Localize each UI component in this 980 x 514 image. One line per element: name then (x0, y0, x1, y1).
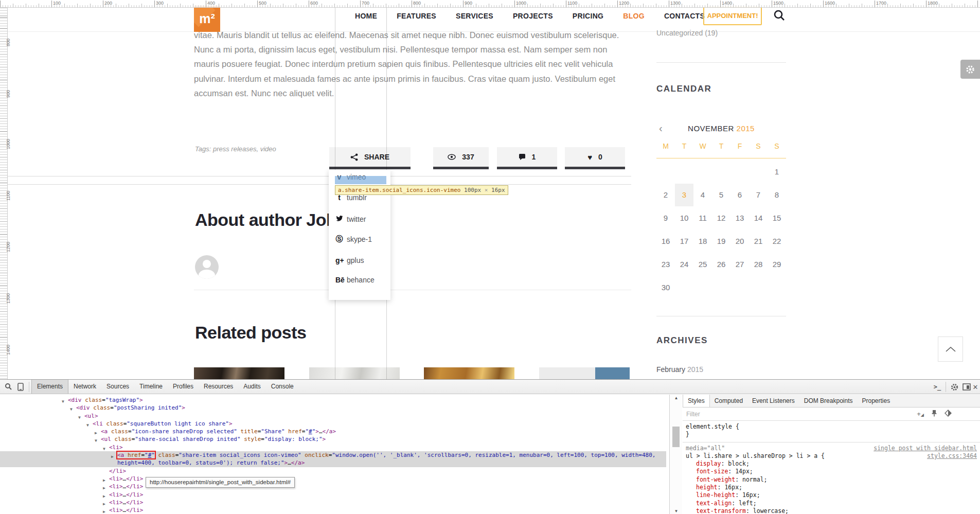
devtools-settings-gear-icon[interactable] (948, 381, 960, 393)
devtools-tab-audits[interactable]: Audits (238, 380, 265, 394)
devtools-tab-timeline[interactable]: Timeline (134, 380, 168, 394)
scrollbar-up-arrow[interactable]: ▲ (670, 396, 682, 400)
element-style-block[interactable]: element.style { } (683, 421, 980, 442)
devtools-tab-sources[interactable]: Sources (101, 380, 134, 394)
calendar-day-4[interactable]: 4 (693, 184, 712, 206)
dock-side-icon[interactable] (960, 381, 973, 393)
devtools-tab-console[interactable]: Console (266, 380, 299, 394)
sidebar-category-link[interactable]: Uncategorized (19) (656, 29, 718, 37)
devtools-tab-elements[interactable]: Elements (31, 380, 68, 394)
dom-tree-row[interactable]: ▶<a class="icon-share shareDrop selected… (0, 428, 666, 435)
calendar-day-2[interactable]: 2 (656, 184, 675, 206)
styles-tab-dom-breakpoints[interactable]: DOM Breakpoints (799, 395, 858, 407)
views-button[interactable]: 337 (433, 147, 489, 169)
calendar-day-28[interactable]: 28 (749, 253, 768, 276)
css-property-text-transform[interactable]: text-transform: lowercase; (686, 507, 977, 514)
dom-tree-row[interactable]: ▶<li>…</li> (0, 483, 666, 490)
css-property-font-weight[interactable]: font-weight: normal; (686, 476, 977, 484)
element-state-pin-icon[interactable] (931, 410, 937, 420)
calendar-day-5[interactable]: 5 (712, 184, 730, 206)
calendar-day-22[interactable]: 22 (768, 230, 786, 253)
share-menu-item-skype-1[interactable]: Ⓢskype-1 (335, 235, 372, 244)
console-drawer-icon[interactable]: >_ (931, 381, 943, 393)
dom-tree-row[interactable]: </li> (0, 467, 666, 475)
share-menu-item-gplus[interactable]: g+gplus (335, 256, 364, 264)
search-icon[interactable] (773, 9, 787, 23)
share-menu-item-twitter[interactable]: twitter (335, 215, 366, 223)
nav-item-contacts[interactable]: CONTACTS (664, 12, 705, 20)
share-menu-item-behance[interactable]: Bēbehance (335, 276, 375, 284)
tag-links[interactable]: press releases, video (213, 145, 276, 153)
appointment-button[interactable]: APPOINTMENT! (703, 7, 762, 25)
calendar-day-7[interactable]: 7 (749, 184, 768, 206)
calendar-day-14[interactable]: 14 (749, 207, 768, 229)
close-devtools-icon[interactable]: ✕ (973, 381, 978, 393)
nav-item-features[interactable]: FEATURES (397, 12, 436, 20)
stylesheet-line-link[interactable]: style.css:3464 (927, 452, 977, 460)
calendar-day-30[interactable]: 30 (656, 276, 675, 299)
calendar-day-6[interactable]: 6 (730, 184, 749, 206)
device-mode-icon[interactable] (14, 381, 27, 393)
new-style-rule-icon[interactable]: +◢ (917, 410, 924, 420)
calendar-day-18[interactable]: 18 (693, 230, 712, 253)
calendar-day-9[interactable]: 9 (656, 207, 675, 229)
dom-tree-row[interactable]: ▼<li> (0, 444, 666, 451)
styles-tab-properties[interactable]: Properties (857, 395, 895, 407)
styles-filter-input[interactable]: Filter (686, 411, 700, 418)
calendar-day-16[interactable]: 16 (656, 230, 675, 253)
stylesheet-link[interactable]: single post with sidebar.html (874, 445, 977, 452)
share-button[interactable]: SHARE (329, 147, 411, 169)
css-property-line-height[interactable]: line-height: 16px; (686, 491, 977, 499)
dom-tree-row[interactable]: ▼<div class="postSharing inited"> (0, 404, 666, 412)
css-property-display[interactable]: display: block; (686, 460, 977, 468)
css-property-text-align[interactable]: text-align: left; (686, 500, 977, 507)
calendar-day-23[interactable]: 23 (656, 253, 675, 276)
calendar-day-17[interactable]: 17 (675, 230, 693, 253)
nav-item-pricing[interactable]: PRICING (573, 12, 603, 20)
nav-item-services[interactable]: SERVICES (456, 12, 493, 20)
dom-tree-row[interactable]: ▼<div class="tagsWrap"> (0, 396, 666, 404)
dom-tree-row[interactable]: ▼<li class="squareButton light ico share… (0, 420, 666, 428)
styles-tab-styles[interactable]: Styles (683, 395, 710, 407)
elements-panel-scrollbar[interactable]: ▲ ▼ (670, 395, 682, 514)
calendar-day-8[interactable]: 8 (768, 184, 786, 206)
css-property-font-size[interactable]: font-size: 14px; (686, 468, 977, 475)
comments-button[interactable]: 1 (497, 147, 557, 169)
devtools-tab-network[interactable]: Network (68, 380, 101, 394)
devtools-tab-profiles[interactable]: Profiles (168, 380, 199, 394)
styles-tab-computed[interactable]: Computed (710, 395, 747, 407)
calendar-day-25[interactable]: 25 (693, 253, 712, 276)
calendar-day-3[interactable]: 3 (675, 184, 693, 206)
nav-item-home[interactable]: HOME (355, 12, 377, 20)
devtools-tab-resources[interactable]: Resources (199, 380, 238, 394)
archive-month-link[interactable]: February 2015 (656, 365, 703, 374)
styles-tab-event-listeners[interactable]: Event Listeners (747, 395, 799, 407)
calendar-day-10[interactable]: 10 (675, 207, 693, 229)
calendar-day-15[interactable]: 15 (768, 207, 786, 229)
theme-options-tab[interactable] (960, 60, 980, 79)
inspect-element-icon[interactable] (2, 381, 14, 393)
calendar-day-24[interactable]: 24 (675, 253, 693, 276)
dom-tree-row[interactable]: ▼<ul> (0, 412, 666, 420)
nav-item-projects[interactable]: PROJECTS (513, 12, 553, 20)
likes-button[interactable]: ♥ 0 (565, 147, 625, 169)
dom-tree-row[interactable]: ▶<li>…</li> (0, 506, 666, 514)
calendar-day-11[interactable]: 11 (693, 207, 712, 229)
calendar-day-27[interactable]: 27 (730, 253, 749, 276)
matched-css-rule[interactable]: media="all" single post with sidebar.htm… (683, 442, 980, 514)
css-property-height[interactable]: height: 16px; (686, 484, 977, 491)
calendar-day-13[interactable]: 13 (730, 207, 749, 229)
calendar-day-21[interactable]: 21 (749, 230, 768, 253)
dom-tree-row[interactable]: ▶<a href="#" class="share-item social_ic… (0, 451, 666, 467)
dom-tree-row[interactable]: ▶<li>…</li> (0, 491, 666, 499)
nav-item-blog[interactable]: BLOG (623, 12, 645, 20)
calendar-day-1[interactable]: 1 (768, 161, 786, 183)
calendar-day-19[interactable]: 19 (712, 230, 730, 253)
dom-tree-row[interactable]: ▶<li>…</li> (0, 499, 666, 506)
dom-tree-row[interactable]: ▶<li>…</li> (0, 475, 666, 483)
computed-style-diamond-icon[interactable] (945, 410, 952, 420)
calendar-day-26[interactable]: 26 (712, 253, 730, 276)
scrollbar-down-arrow[interactable]: ▼ (670, 509, 682, 513)
calendar-day-20[interactable]: 20 (730, 230, 749, 253)
css-rule-selector[interactable]: ul > li.share > ul.shareDrop > li > a { (686, 452, 825, 460)
